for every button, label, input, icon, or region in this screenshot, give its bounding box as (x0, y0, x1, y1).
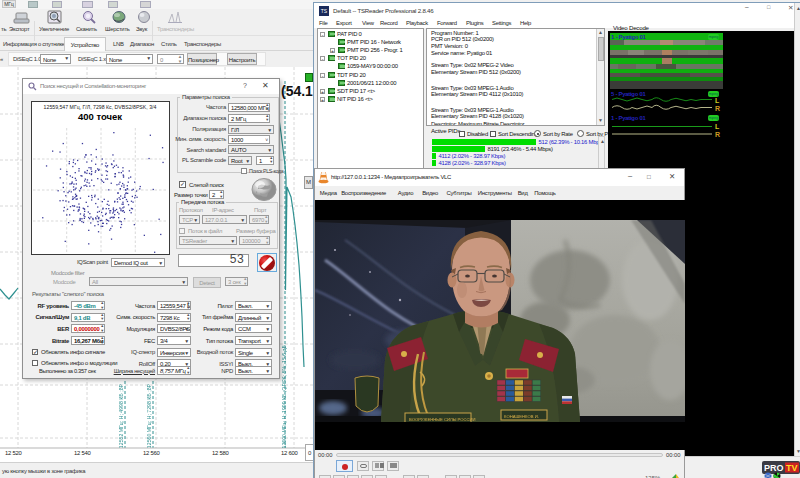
svg-text:L: L (715, 97, 720, 104)
svg-text:R: R (715, 131, 720, 138)
svg-text:PRO: PRO (764, 463, 784, 473)
svg-text:КОНАШЕНКОВ И.: КОНАШЕНКОВ И. (504, 414, 539, 419)
svg-text:L: L (715, 123, 720, 130)
svg-text:ВООРУЖЕННЫЕ СИЛЫ РОССИИ: ВООРУЖЕННЫЕ СИЛЫ РОССИИ (409, 417, 476, 422)
svg-text:R: R (715, 105, 720, 112)
svg-text:TV: TV (786, 463, 798, 473)
